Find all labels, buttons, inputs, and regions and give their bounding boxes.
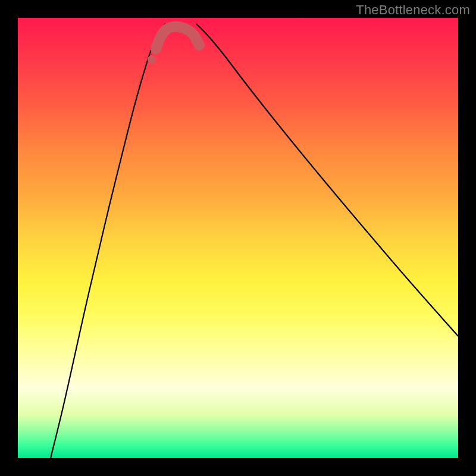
- chart-frame: TheBottleneck.com: [0, 0, 476, 476]
- path-left-curve: [51, 24, 165, 458]
- series-left-curve: [51, 24, 165, 458]
- path-valley-marker: [156, 27, 199, 49]
- path-right-curve: [196, 24, 458, 336]
- pre-valley-dot: [148, 55, 156, 64]
- annotations-layer: [148, 55, 156, 64]
- series-right-curve: [196, 24, 458, 336]
- curve-svg: [18, 18, 458, 458]
- series-valley-marker: [156, 27, 199, 49]
- plot-area: [18, 18, 458, 458]
- watermark-text: TheBottleneck.com: [356, 2, 470, 18]
